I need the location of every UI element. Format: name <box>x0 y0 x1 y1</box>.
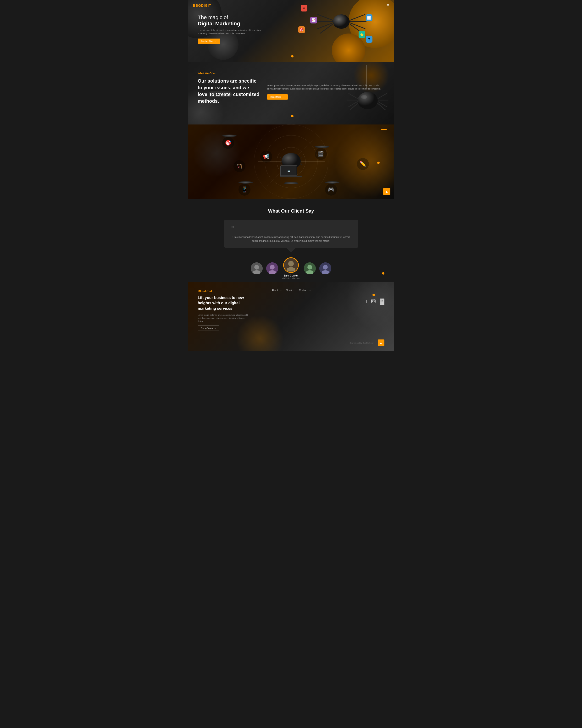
scroll-top-button-web[interactable]: ▲ <box>383 188 390 195</box>
web-icon-film: 🎬 <box>315 146 329 148</box>
logo-text: B <box>193 4 196 7</box>
avatars-row: Sam Curren Marketing Manager <box>193 257 389 279</box>
quote-mark: " <box>231 225 351 234</box>
offer-dot-indicator <box>291 115 294 117</box>
svg-point-40 <box>372 300 375 302</box>
footer-cta-button[interactable]: Get in Touch → <box>198 326 219 331</box>
hamburger-menu[interactable]: ≡ <box>387 3 389 8</box>
web-icon-phone: 📱 <box>239 181 253 184</box>
svg-line-31 <box>280 155 281 158</box>
hero-content: The magic of Digital Marketing Lorem ips… <box>198 15 265 44</box>
services-web-section: 💻 🎯 📢 🎬 ✏️ 📱 🎮 🏹 ▲ <box>188 125 394 199</box>
testimonials-title: What Our Client Say <box>193 208 389 214</box>
hero-icon-chart: 📊 <box>366 15 372 21</box>
footer-top: BBGDIGIT Lift your business to new heigh… <box>198 289 384 331</box>
active-client-info: Sam Curren Marketing Manager <box>282 274 301 279</box>
hero-nav: BBGDIGIT ≡ <box>188 0 394 11</box>
offer-right-content: Lorem ipsum dolor sit amet, consectetuer… <box>267 72 384 115</box>
offer-read-more-label: Read More <box>271 96 281 98</box>
svg-line-35 <box>301 155 302 158</box>
footer-dot-indicator <box>372 294 375 296</box>
social-facebook[interactable]: f <box>365 298 367 305</box>
footer-section: BBGDIGIT Lift your business to new heigh… <box>188 282 394 351</box>
footer-nav-contact[interactable]: Contact us <box>299 289 310 292</box>
avatar-4[interactable] <box>304 262 316 274</box>
hero-cta-label: Contact Now <box>201 40 214 42</box>
svg-line-5 <box>350 15 365 20</box>
footer-tagline: Lift your business to new heights with o… <box>198 295 250 311</box>
footer-right: f in <box>365 289 384 305</box>
offer-description: Lorem ipsum dolor sit amet, consectetuer… <box>267 84 384 91</box>
hero-description: Lorem ipsum dolor sit amet, consectetuer… <box>198 29 265 35</box>
avatar-1[interactable] <box>251 262 262 274</box>
footer-copyright: Copyright@by BugDigit.com <box>350 342 374 344</box>
social-instagram[interactable] <box>371 298 376 305</box>
hero-icon-settings: ⚙ <box>366 36 372 43</box>
hero-section: BBGDIGIT ≡ The magic of Digital Marketin… <box>188 0 394 62</box>
offer-section-label: What We Offer <box>198 72 260 75</box>
logo: BBGDIGIT <box>193 4 211 7</box>
footer-cta-arrow: → <box>214 327 216 330</box>
footer-left: BBGDIGIT Lift your business to new heigh… <box>198 289 250 331</box>
web-accent-line <box>381 129 387 130</box>
testimonials-section: What Our Client Say " 5 Lorem ipsum dolo… <box>188 199 394 282</box>
offer-read-more-button[interactable]: Read More → <box>267 94 288 100</box>
offer-section: What We Offer Our solutions are specific… <box>188 62 394 125</box>
hero-icon-star: ⭐ <box>359 31 365 38</box>
active-avatar-container: Sam Curren Marketing Manager <box>282 257 301 279</box>
footer-bottom: Copyright@by BugDigit.com ▲ <box>198 336 384 346</box>
hero-dot-indicator <box>291 55 294 57</box>
footer-logo: BBGDIGIT <box>198 289 250 293</box>
testimonial-text: 5 Lorem ipsum dolor sit amet, consectetu… <box>231 235 351 243</box>
avatar-2[interactable] <box>266 262 278 274</box>
hero-cta-arrow: → <box>215 40 217 42</box>
web-icon-gamepad: 🎮 <box>325 181 339 184</box>
active-avatar[interactable] <box>283 257 299 273</box>
offer-read-more-arrow: → <box>282 96 284 98</box>
footer-cta-label: Get in Touch <box>201 327 213 330</box>
offer-title: Our solutions are specific to your issue… <box>198 78 260 104</box>
hero-icon-target: 🎯 <box>298 26 305 33</box>
active-client-role: Marketing Manager <box>282 277 301 279</box>
web-dot-indicator <box>377 162 380 164</box>
web-laptop-icon: 💻 <box>280 165 302 177</box>
hero-title-line1: The magic of <box>198 15 265 21</box>
hero-spider-illustration: ✉ 📊 🎯 ⭐ 📈 ⚙ <box>298 2 375 60</box>
scroll-top-button-footer[interactable]: ▲ <box>378 339 384 346</box>
svg-line-1 <box>317 15 333 20</box>
svg-point-41 <box>374 300 375 301</box>
social-linkedin[interactable]: in <box>380 298 384 305</box>
footer-logo-accent: B <box>198 289 200 293</box>
avatar-5[interactable] <box>320 262 331 274</box>
web-icon-target: 🎯 <box>222 134 237 137</box>
hero-cta-button[interactable]: Contact Now → <box>198 38 220 44</box>
footer-description: Lorem ipsum dolor sit amet, consectetuer… <box>198 314 250 323</box>
active-client-name: Sam Curren <box>282 274 301 277</box>
web-pedestal-center <box>284 182 298 184</box>
testimonial-card: " 5 Lorem ipsum dolor sit amet, consecte… <box>224 220 358 248</box>
hero-title-line2: Digital Marketing <box>198 21 265 27</box>
svg-point-0 <box>333 15 350 29</box>
footer-nav-service[interactable]: Service <box>286 289 294 292</box>
card-arrow <box>286 248 296 253</box>
hero-icon-graph: 📈 <box>310 17 317 23</box>
offer-left-content: What We Offer Our solutions are specific… <box>198 72 260 115</box>
footer-nav-about[interactable]: About Us <box>272 289 281 292</box>
testimonial-dot-indicator <box>382 272 384 275</box>
footer-nav: About Us Service Contact us <box>272 289 310 292</box>
offer-title-highlight: to Create <box>209 92 232 97</box>
social-icons: f in <box>365 298 384 305</box>
